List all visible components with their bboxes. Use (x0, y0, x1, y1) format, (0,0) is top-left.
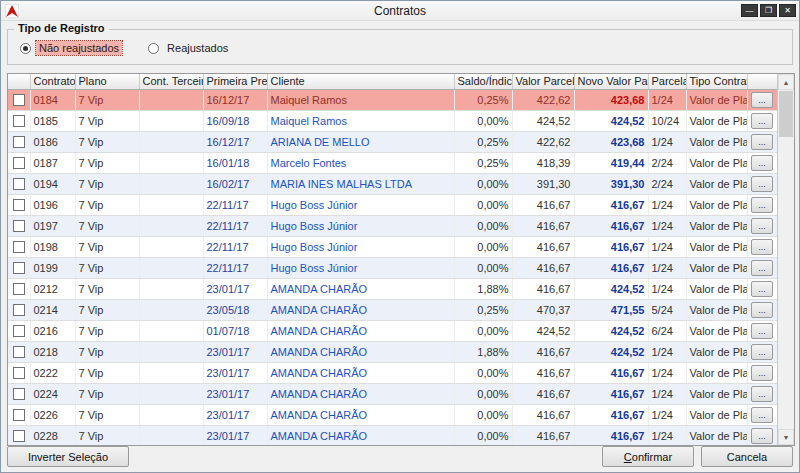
row-checkbox[interactable] (13, 283, 25, 295)
row-detail-button[interactable]: ... (751, 218, 773, 234)
column-header-valor-parcela[interactable]: Valor Parcela (512, 74, 574, 89)
vertical-scrollbar[interactable]: ▲ ▼ (777, 74, 794, 445)
cell-checkbox (8, 383, 30, 404)
table-row[interactable]: 0228 7 Vip 23/01/17 AMANDA CHARÃO 0,00% … (8, 425, 777, 446)
row-detail-button[interactable]: ... (751, 155, 773, 171)
cell-saldo-indice: 0,00% (454, 362, 512, 383)
cell-parcelas: 2/24 (648, 152, 686, 173)
row-checkbox[interactable] (13, 94, 25, 106)
cell-tipo-contrato: Valor de Plano (686, 383, 747, 404)
radio-selected-icon (20, 43, 31, 54)
radio-nao-reajustados[interactable]: Não reajustados (20, 41, 122, 55)
row-checkbox[interactable] (13, 178, 25, 190)
row-detail-button[interactable]: ... (751, 113, 773, 129)
row-detail-button[interactable]: ... (751, 197, 773, 213)
cell-primeira-prev: 23/01/17 (203, 425, 267, 446)
table-row[interactable]: 0187 7 Vip 16/01/18 Marcelo Fontes 0,25%… (8, 152, 777, 173)
table-row[interactable]: 0226 7 Vip 23/01/17 AMANDA CHARÃO 0,00% … (8, 404, 777, 425)
cell-plano: 7 Vip (75, 131, 139, 152)
row-detail-button[interactable]: ... (751, 239, 773, 255)
cell-contrato: 0226 (30, 404, 75, 425)
table-row[interactable]: 0214 7 Vip 23/05/18 AMANDA CHARÃO 0,25% … (8, 299, 777, 320)
cell-valor-parcela: 416,67 (512, 383, 574, 404)
table-row[interactable]: 0185 7 Vip 16/09/18 Maiquel Ramos 0,00% … (8, 110, 777, 131)
table-row[interactable]: 0218 7 Vip 23/01/17 AMANDA CHARÃO 1,88% … (8, 341, 777, 362)
column-header-tipo-contrato[interactable]: Tipo Contrato (686, 74, 747, 89)
table-row[interactable]: 0197 7 Vip 22/11/17 Hugo Boss Júnior 0,0… (8, 215, 777, 236)
row-checkbox[interactable] (13, 199, 25, 211)
cell-cliente: Maiquel Ramos (267, 89, 454, 110)
row-detail-button[interactable]: ... (751, 365, 773, 381)
column-header-cliente[interactable]: Cliente (267, 74, 454, 89)
grid-body: 0184 7 Vip 16/12/17 Maiquel Ramos 0,25% … (8, 89, 777, 446)
column-header-saldo-indice[interactable]: Saldo/Índice (454, 74, 512, 89)
cell-actions: ... (747, 89, 777, 110)
row-checkbox[interactable] (13, 325, 25, 337)
cell-tipo-contrato: Valor de Plano (686, 215, 747, 236)
cell-parcelas: 5/24 (648, 299, 686, 320)
table-row[interactable]: 0224 7 Vip 23/01/17 AMANDA CHARÃO 0,00% … (8, 383, 777, 404)
row-checkbox[interactable] (13, 115, 25, 127)
cell-actions: ... (747, 173, 777, 194)
row-checkbox[interactable] (13, 430, 25, 442)
close-icon[interactable]: ✕ (779, 4, 796, 17)
row-checkbox[interactable] (13, 136, 25, 148)
table-row[interactable]: 0186 7 Vip 16/12/17 ARIANA DE MELLO 0,25… (8, 131, 777, 152)
contracts-grid: Contrato Plano Cont. Terceiro Primeira P… (7, 73, 795, 446)
row-detail-button[interactable]: ... (751, 260, 773, 276)
table-row[interactable]: 0194 7 Vip 16/02/17 MARIA INES MALHAS LT… (8, 173, 777, 194)
row-detail-button[interactable]: ... (751, 323, 773, 339)
row-detail-button[interactable]: ... (751, 281, 773, 297)
row-detail-button[interactable]: ... (751, 344, 773, 360)
column-header-parcelas[interactable]: Parcelas (648, 74, 686, 89)
row-checkbox[interactable] (13, 388, 25, 400)
invert-selection-button[interactable]: Inverter Seleção (7, 446, 129, 467)
table-row[interactable]: 0216 7 Vip 01/07/18 AMANDA CHARÃO 0,00% … (8, 320, 777, 341)
cell-contrato: 0214 (30, 299, 75, 320)
radio-reajustados[interactable]: Reajustados (148, 41, 231, 55)
cell-saldo-indice: 0,00% (454, 194, 512, 215)
cell-checkbox (8, 152, 30, 173)
cell-parcelas: 1/24 (648, 257, 686, 278)
column-header-cont-terceiro[interactable]: Cont. Terceiro (139, 74, 203, 89)
scrollbar-thumb[interactable] (779, 91, 793, 137)
cell-plano: 7 Vip (75, 236, 139, 257)
scroll-down-icon[interactable]: ▼ (778, 429, 794, 445)
table-row[interactable]: 0199 7 Vip 22/11/17 Hugo Boss Júnior 0,0… (8, 257, 777, 278)
row-checkbox[interactable] (13, 346, 25, 358)
confirm-button[interactable]: Confirmar (602, 446, 694, 467)
row-detail-button[interactable]: ... (751, 428, 773, 444)
maximize-icon[interactable]: ❐ (760, 4, 777, 17)
cell-cont-terceiro (139, 131, 203, 152)
row-checkbox[interactable] (13, 409, 25, 421)
minimize-icon[interactable]: — (741, 4, 758, 17)
row-checkbox[interactable] (13, 304, 25, 316)
column-header-contrato[interactable]: Contrato (30, 74, 75, 89)
row-detail-button[interactable]: ... (751, 302, 773, 318)
row-checkbox[interactable] (13, 262, 25, 274)
cell-novo-valor-parcela: 424,52 (574, 341, 648, 362)
row-checkbox[interactable] (13, 157, 25, 169)
table-row[interactable]: 0212 7 Vip 23/01/17 AMANDA CHARÃO 1,88% … (8, 278, 777, 299)
row-detail-button[interactable]: ... (751, 407, 773, 423)
scroll-up-icon[interactable]: ▲ (778, 74, 794, 90)
row-checkbox[interactable] (13, 367, 25, 379)
column-header-primeira-prev[interactable]: Primeira Prev. (203, 74, 267, 89)
table-row[interactable]: 0222 7 Vip 23/01/17 AMANDA CHARÃO 0,00% … (8, 362, 777, 383)
row-checkbox[interactable] (13, 241, 25, 253)
row-detail-button[interactable]: ... (751, 134, 773, 150)
column-header-novo-valor-parcela[interactable]: Novo Valor Parcela (574, 74, 648, 89)
column-header-plano[interactable]: Plano (75, 74, 139, 89)
cell-saldo-indice: 0,25% (454, 89, 512, 110)
cell-valor-parcela: 416,67 (512, 362, 574, 383)
cancel-button[interactable]: Cancela (701, 446, 793, 467)
table-row[interactable]: 0196 7 Vip 22/11/17 Hugo Boss Júnior 0,0… (8, 194, 777, 215)
row-checkbox[interactable] (13, 220, 25, 232)
table-row[interactable]: 0184 7 Vip 16/12/17 Maiquel Ramos 0,25% … (8, 89, 777, 110)
cell-contrato: 0185 (30, 110, 75, 131)
cell-checkbox (8, 194, 30, 215)
row-detail-button[interactable]: ... (751, 386, 773, 402)
row-detail-button[interactable]: ... (751, 176, 773, 192)
table-row[interactable]: 0198 7 Vip 22/11/17 Hugo Boss Júnior 0,0… (8, 236, 777, 257)
row-detail-button[interactable]: ... (751, 92, 773, 108)
